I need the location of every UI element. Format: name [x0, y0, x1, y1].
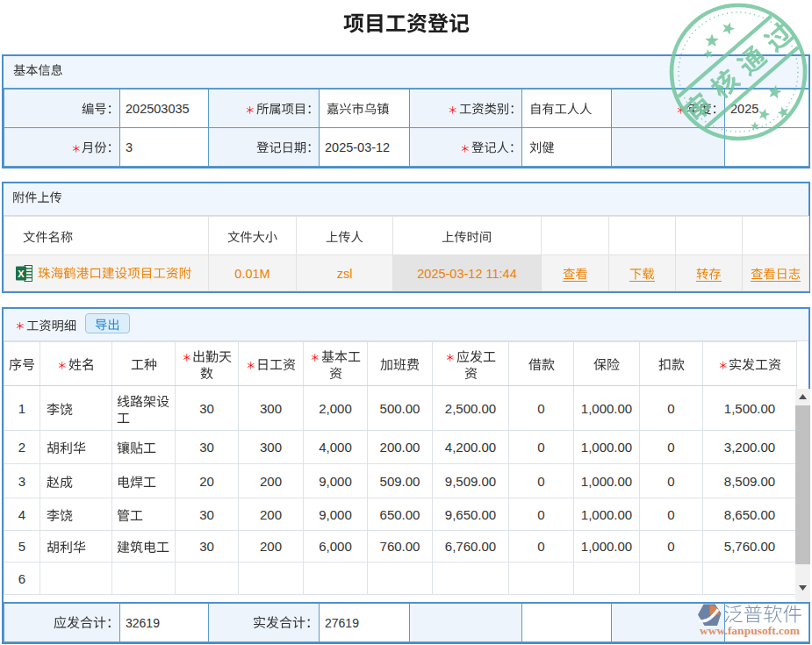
svg-text:X: X	[18, 269, 25, 279]
